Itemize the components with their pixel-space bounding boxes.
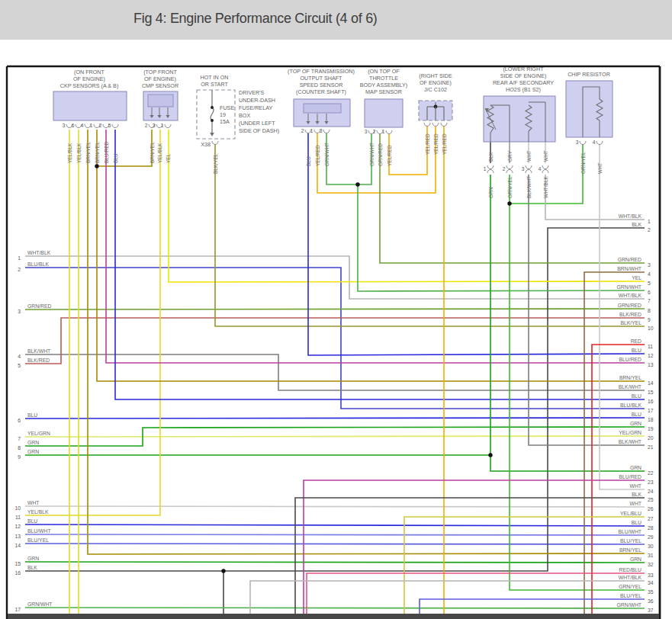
- component-title-oss: (COUNTER SHAFT): [296, 88, 346, 95]
- pin-number: 1: [382, 129, 385, 134]
- right-rail-label: BLU: [632, 520, 641, 525]
- arrow-head-icon: [210, 133, 214, 136]
- right-rail-number: 15: [648, 390, 654, 395]
- left-rail-number: 17: [14, 607, 21, 612]
- pin-number: 1: [90, 123, 93, 128]
- wire-GRN_YEL: [510, 175, 645, 590]
- wire-BLU_BLK: [25, 268, 645, 409]
- component-title-ho2s: REAR A/F SECONDARY: [493, 79, 554, 86]
- left-rail-number: 10: [14, 505, 21, 511]
- wire-color-label: BRN/YEL: [95, 142, 100, 163]
- component-title-oss: SPEED SENSOR: [300, 82, 343, 88]
- wire-BLU: [25, 418, 645, 419]
- right-rail-number: 3: [648, 262, 651, 268]
- left-rail-number: 4: [18, 354, 21, 359]
- inner-wire-label: WHT: [543, 150, 548, 162]
- right-rail-label: GRN: [630, 556, 641, 562]
- pin-connector-icon: [112, 124, 118, 128]
- component-title-ho2s: HO2S (B1 S2): [506, 86, 541, 93]
- left-rail-number: 5: [18, 363, 21, 368]
- junction-dot: [355, 182, 359, 186]
- component-title-jc: OF ENGINE): [420, 79, 452, 86]
- circuit-diagram-canvas: (ON FRONTOF ENGINE)CKP SENSORS (A & B)36…: [0, 0, 672, 619]
- pin-number: 3: [320, 128, 323, 133]
- right-rail-label: BRN/YEL: [619, 547, 641, 553]
- wire-WHT: [600, 144, 645, 489]
- wire-color-label: YEL: [166, 153, 171, 163]
- left-rail-label: BLU/YEL: [27, 537, 49, 543]
- left-rail-label: GRN/WHT: [27, 601, 52, 607]
- wire-YEL_BLU: [404, 517, 645, 619]
- right-rail-number: 17: [648, 408, 654, 413]
- right-rail-label: BRN/WHT: [617, 266, 641, 271]
- wire-BLU_RED: [304, 480, 645, 619]
- right-rail-label: BLU/RED: [619, 474, 642, 479]
- wire-color-label: BLK/YEL: [213, 153, 218, 174]
- pin-connector-icon: [212, 141, 218, 145]
- component-box-ho2s: [484, 96, 555, 142]
- wire-color-label: WHT/BLK: [543, 175, 548, 198]
- junction-dot: [95, 164, 98, 168]
- pin-number: 3: [153, 123, 156, 128]
- right-rail-number: 22: [648, 470, 654, 476]
- wire-WHT: [25, 506, 645, 507]
- wire-color-label: YEL/RED: [425, 133, 430, 155]
- right-rail-number: 30: [648, 544, 654, 549]
- pin-connector-icon: [165, 124, 171, 128]
- left-rail-number: 14: [14, 543, 21, 548]
- right-rail-label: WHT/BLK: [619, 293, 642, 298]
- pin-connector-icon: [542, 170, 548, 173]
- pin-number: 2: [301, 128, 304, 133]
- pin-number: 2: [503, 166, 506, 172]
- wire-RED_BLU: [307, 573, 645, 619]
- left-rail-label: BLU/WHT: [27, 528, 51, 534]
- inner-wire-label: GRY: [507, 150, 513, 162]
- wire-color-label: YEL/RED: [315, 145, 320, 166]
- left-rail-label: YEL/BLK: [27, 509, 49, 515]
- right-rail-label: WHT/BLK: [619, 213, 642, 219]
- right-rail-label: BLK/WHT: [619, 439, 641, 444]
- right-rail-label: GRN: [630, 465, 641, 470]
- pin-number: 3: [63, 123, 66, 128]
- right-rail-number: 21: [648, 444, 654, 450]
- left-rail-number: 15: [14, 561, 21, 566]
- right-rail-label: BLK: [632, 222, 641, 227]
- wire-color-label: GRN/YEL: [580, 152, 586, 174]
- fusebox-note: FUSE/RELAY: [239, 104, 272, 111]
- pin-number: 4: [539, 166, 542, 172]
- left-rail-label: WHT: [27, 500, 39, 505]
- left-rail-number: 11: [15, 515, 21, 520]
- bottom-cutoff-bar: [8, 614, 659, 619]
- wire-BLU_RED: [106, 130, 645, 363]
- left-rail-label: GRN/RED: [27, 303, 51, 309]
- right-rail-number: 31: [648, 553, 654, 558]
- right-rail-number: 25: [648, 497, 654, 502]
- component-title-ckp: OF ENGINE): [73, 75, 105, 82]
- left-rail-number: 2: [18, 267, 21, 272]
- right-rail-label: RED: [631, 338, 641, 344]
- wire-color-label: BRN/YEL: [85, 142, 91, 163]
- right-rail-label: BLU/BLK: [620, 403, 641, 408]
- left-rail-number: 9: [18, 454, 21, 460]
- component-title-jc: (RIGHT SIDE: [419, 72, 452, 79]
- right-rail-number: 12: [648, 353, 654, 358]
- wire-color-label: GRN: [488, 187, 494, 198]
- component-text-fusebox: X38: [201, 141, 211, 148]
- wire-color-label: BLU: [113, 153, 118, 163]
- wiring-diagram-page: Fig 4: Engine Performance Circuit (4 of …: [0, 0, 672, 619]
- right-rail-number: 18: [648, 417, 654, 422]
- wire-color-label: GRN/YEL: [507, 176, 513, 198]
- right-rail-number: 2: [648, 227, 651, 233]
- component-box-fusebox: [197, 90, 235, 139]
- component-text-fusebox: FUSE: [220, 104, 234, 111]
- wire-GRN: [25, 562, 645, 563]
- right-rail-number: 33: [648, 572, 654, 578]
- component-title-cmp: CMP SENSOR: [142, 82, 178, 89]
- wire-YEL_RED: [389, 126, 427, 175]
- wire-BLU_WHT: [25, 534, 645, 535]
- pin-connector-icon: [386, 130, 392, 134]
- pin-connector-icon: [506, 170, 513, 173]
- pin-connector-icon: [506, 165, 513, 169]
- right-rail-label: BLU/WHT: [618, 529, 641, 534]
- right-rail-number: 23: [648, 479, 654, 485]
